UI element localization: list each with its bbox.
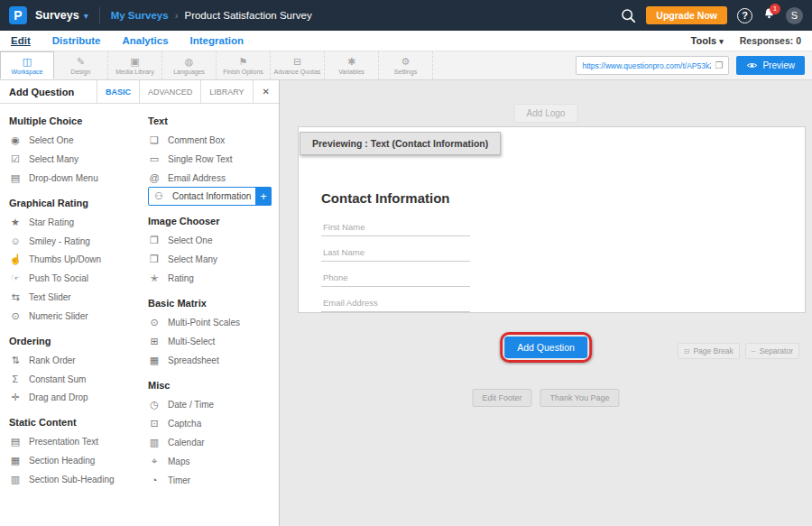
qt-multi-point-scales[interactable]: ⊙ Multi-Point Scales	[148, 313, 273, 332]
qt-section-heading[interactable]: ▦ Section Heading	[9, 451, 146, 470]
qt-contact-information[interactable]: ⚇ Contact Information +	[148, 187, 272, 206]
question-type-label: Presentation Text	[29, 437, 98, 447]
tab-advanced[interactable]: ADVANCED	[139, 80, 200, 103]
qt-rank-order[interactable]: ⇅ Rank Order	[9, 351, 146, 370]
nav-tab-integration[interactable]: Integration	[190, 35, 244, 46]
separator-label: Separator	[760, 346, 793, 355]
nav-tab-edit[interactable]: Edit	[11, 35, 31, 46]
qt-calendar[interactable]: ▥ Calendar	[148, 433, 273, 452]
nav-tab-analytics[interactable]: Analytics	[122, 35, 168, 46]
qt-dropdown-menu[interactable]: ▤ Drop-down Menu	[9, 169, 146, 188]
qt-thumbs-up-down[interactable]: ☝ Thumbs Up/Down	[9, 250, 146, 269]
add-logo-button[interactable]: Add Logo	[514, 104, 578, 123]
previewing-tooltip: Previewing : Text (Contact Information)	[300, 132, 501, 155]
page-break-button[interactable]: ⊟ Page Break	[678, 343, 740, 359]
category-graphical-rating: Graphical Rating ★ Star Rating ☺ Smiley …	[9, 198, 146, 326]
last-name-field[interactable]: Last Name	[321, 243, 470, 262]
single-row-text-icon: ▭	[148, 153, 161, 165]
toolbar-item-settings[interactable]: ⚙ Settings	[379, 51, 433, 79]
toolbar-item-label: Finish Options	[223, 69, 263, 75]
question-type-label: Date / Time	[168, 400, 214, 410]
highlight-annotation: Add Question	[500, 332, 592, 363]
nav-tab-distribute[interactable]: Distribute	[52, 35, 101, 46]
question-type-label: Timer	[168, 475, 190, 485]
qt-captcha[interactable]: ⊡ Captcha	[148, 414, 273, 433]
add-contact-information-button[interactable]: +	[255, 187, 272, 206]
thank-you-page-button[interactable]: Thank You Page	[540, 389, 619, 407]
qt-section-sub-heading[interactable]: ▥ Section Sub-Heading	[9, 470, 146, 489]
question-types-column-2: Text ❏ Comment Box ▭ Single Row Text @ E…	[146, 106, 279, 489]
smiley-icon: ☺	[9, 235, 22, 246]
qt-email-address[interactable]: @ Email Address	[148, 169, 273, 187]
close-panel-button[interactable]: ✕	[253, 80, 279, 103]
toolbar-item-languages[interactable]: ◍ Languages	[162, 51, 217, 79]
contact-fields: First Name Last Name Phone Email Address	[321, 217, 470, 318]
search-button[interactable]	[621, 8, 636, 23]
question-type-label: Email Address	[168, 173, 226, 183]
design-icon: ✎	[77, 57, 85, 67]
qt-star-rating[interactable]: ★ Star Rating	[9, 213, 146, 232]
topbar-actions: Upgrade Now ? 1 S	[621, 6, 803, 24]
qt-image-select-many[interactable]: ❒ Select Many	[148, 250, 273, 269]
question-type-label: Section Heading	[29, 456, 95, 466]
qt-push-to-social[interactable]: ☞ Push To Social	[9, 269, 146, 288]
question-title: Contact Information	[321, 190, 450, 206]
first-name-field[interactable]: First Name	[321, 217, 470, 236]
image-rating-icon: ✭	[148, 272, 161, 284]
qt-select-one[interactable]: ◉ Select One	[9, 131, 146, 150]
edit-footer-button[interactable]: Edit Footer	[472, 389, 531, 407]
tab-basic[interactable]: BASIC	[97, 80, 139, 103]
toolbar-item-media-library[interactable]: ▣ Media Library	[108, 51, 162, 79]
qt-smiley-rating[interactable]: ☺ Smiley - Rating	[9, 232, 146, 250]
drag-icon: ✛	[9, 392, 22, 403]
phone-field[interactable]: Phone	[321, 268, 470, 287]
qt-select-many[interactable]: ☑ Select Many	[9, 150, 146, 169]
questionpro-logo[interactable]: P	[9, 6, 27, 24]
top-bar: P Surveys ▾ My Surveys › Product Satisfa…	[0, 0, 812, 31]
help-button[interactable]: ?	[737, 8, 752, 23]
category-text: Text ❏ Comment Box ▭ Single Row Text @ E…	[148, 115, 273, 206]
surveys-menu[interactable]: Surveys ▾	[35, 9, 88, 22]
qt-timer[interactable]: ◔ Timer	[148, 471, 273, 489]
comment-box-icon: ❏	[148, 134, 161, 146]
tab-library[interactable]: LIBRARY	[200, 80, 252, 103]
preview-button[interactable]: Preview	[736, 56, 805, 75]
add-question-button[interactable]: Add Question	[504, 337, 587, 358]
toolbar-item-label: Design	[71, 69, 91, 75]
toolbar-item-label: Languages	[173, 69, 205, 75]
qt-drag-and-drop[interactable]: ✛ Drag and Drop	[9, 388, 146, 407]
qt-text-slider[interactable]: ⇆ Text Slider	[9, 288, 146, 307]
qt-single-row-text[interactable]: ▭ Single Row Text	[148, 150, 273, 169]
qt-image-rating[interactable]: ✭ Rating	[148, 269, 273, 288]
qt-date-time[interactable]: ◷ Date / Time	[148, 395, 273, 414]
email-address-field[interactable]: Email Address	[321, 293, 470, 312]
qt-spreadsheet[interactable]: ▦ Spreadsheet	[148, 351, 273, 370]
separator-button[interactable]: ┄ Separator	[745, 343, 799, 359]
qt-image-select-one[interactable]: ❐ Select One	[148, 231, 273, 250]
question-type-label: Select Many	[29, 154, 78, 164]
toolbar-item-variables[interactable]: ✱ Variables	[325, 51, 379, 79]
avatar[interactable]: S	[786, 7, 803, 24]
copy-icon[interactable]: ❐	[715, 60, 723, 70]
breadcrumb-my-surveys[interactable]: My Surveys	[111, 10, 169, 21]
qt-multi-select[interactable]: ⊞ Multi-Select	[148, 332, 273, 351]
toolbar-item-finish-options[interactable]: ⚑ Finish Options	[217, 51, 271, 79]
question-type-label: Rating	[168, 273, 194, 283]
divider	[99, 7, 100, 23]
qt-numeric-slider[interactable]: ⊙ Numeric Slider	[9, 307, 146, 326]
qt-maps[interactable]: ⌖ Maps	[148, 452, 273, 471]
category-header: Graphical Rating	[9, 198, 146, 208]
qt-presentation-text[interactable]: ▤ Presentation Text	[9, 432, 146, 451]
upgrade-now-button[interactable]: Upgrade Now	[646, 6, 727, 24]
toolbar-item-workspace[interactable]: ◫ Workspace	[0, 51, 54, 79]
qt-comment-box[interactable]: ❏ Comment Box	[148, 131, 273, 150]
qt-constant-sum[interactable]: Σ Constant Sum	[9, 370, 146, 388]
survey-url-input[interactable]: https://www.questionpro.com/t/AP53kZgUI …	[576, 56, 729, 75]
toolbar-item-design[interactable]: ✎ Design	[54, 51, 108, 79]
category-misc: Misc ◷ Date / Time ⊡ Captcha ▥ Calendar …	[148, 380, 273, 489]
toolbar-item-advance-quotas[interactable]: ⊟ Advance Quotas	[271, 51, 325, 79]
tools-menu[interactable]: Tools ▾	[691, 35, 724, 46]
notifications-button[interactable]: 1	[762, 7, 776, 24]
section-heading-icon: ▦	[9, 455, 22, 466]
toolbar-item-label: Workspace	[12, 69, 43, 75]
